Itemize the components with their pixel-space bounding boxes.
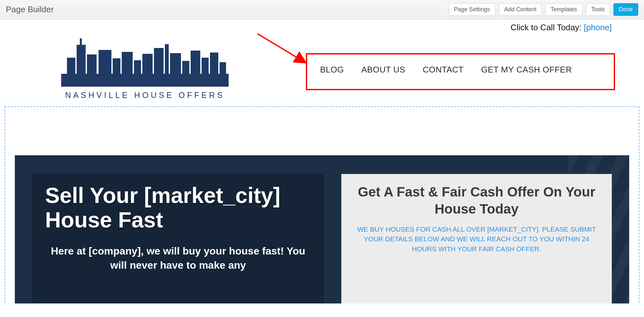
click-to-call-label: Click to Call Today: [510,23,584,32]
nav-item-about-us[interactable]: ABOUT US [361,65,405,75]
click-to-call-row: Click to Call Today: [phone] [0,19,644,34]
hero-left-column: Sell Your [market_city] House Fast Here … [32,174,324,303]
svg-rect-6 [113,58,120,83]
module-drop-area[interactable]: Sell Your [market_city] House Fast Here … [5,106,639,303]
svg-rect-3 [80,38,82,48]
click-to-call-phone-link[interactable]: [phone] [584,23,612,32]
svg-rect-12 [170,53,181,83]
main-nav: BLOG ABOUT US CONTACT GET MY CASH OFFER [320,65,601,75]
svg-rect-9 [142,54,153,83]
offer-heading: Get A Fast & Fair Cash Offer On Your Hou… [353,184,600,217]
nav-item-cash-offer[interactable]: GET MY CASH OFFER [481,65,572,75]
svg-rect-7 [122,52,133,83]
svg-rect-1 [67,58,75,83]
nav-item-contact[interactable]: CONTACT [423,65,464,75]
site-header: NASHVILLE HOUSE OFFERS BLOG ABOUT US CON… [0,34,644,106]
svg-rect-14 [191,51,200,83]
hero-subheadline: Here at [company], we will buy your hous… [45,244,311,272]
tools-button[interactable]: Tools [586,3,610,16]
site-logo[interactable]: NASHVILLE HOUSE OFFERS [58,35,232,100]
page-settings-button[interactable]: Page Settings [449,3,496,16]
add-content-button[interactable]: Add Content [499,3,542,16]
svg-rect-17 [220,62,226,83]
main-nav-highlight: BLOG ABOUT US CONTACT GET MY CASH OFFER [306,53,615,90]
svg-rect-16 [210,53,218,83]
skyline-icon [61,35,229,87]
svg-rect-15 [202,58,209,83]
logo-caption: NASHVILLE HOUSE OFFERS [58,91,232,100]
templates-button[interactable]: Templates [545,3,582,16]
nav-item-blog[interactable]: BLOG [320,65,344,75]
svg-rect-10 [154,48,164,83]
page-builder-title: Page Builder [6,5,54,14]
svg-rect-8 [134,60,141,83]
hero-right-column: Get A Fast & Fair Cash Offer On Your Hou… [341,174,612,303]
hero-headline: Sell Your [market_city] House Fast [45,183,311,232]
svg-rect-2 [77,45,86,83]
svg-rect-13 [182,61,189,83]
offer-subheading: WE BUY HOUSES FOR CASH ALL OVER [MARKET_… [353,225,600,254]
svg-rect-4 [87,54,97,83]
svg-rect-11 [165,44,169,83]
svg-rect-5 [99,50,111,83]
hero-row: Sell Your [market_city] House Fast Here … [15,155,629,303]
page-builder-toolbar: Page Builder Page Settings Add Content T… [0,0,644,19]
svg-line-18 [258,34,306,63]
done-button[interactable]: Done [613,3,638,16]
